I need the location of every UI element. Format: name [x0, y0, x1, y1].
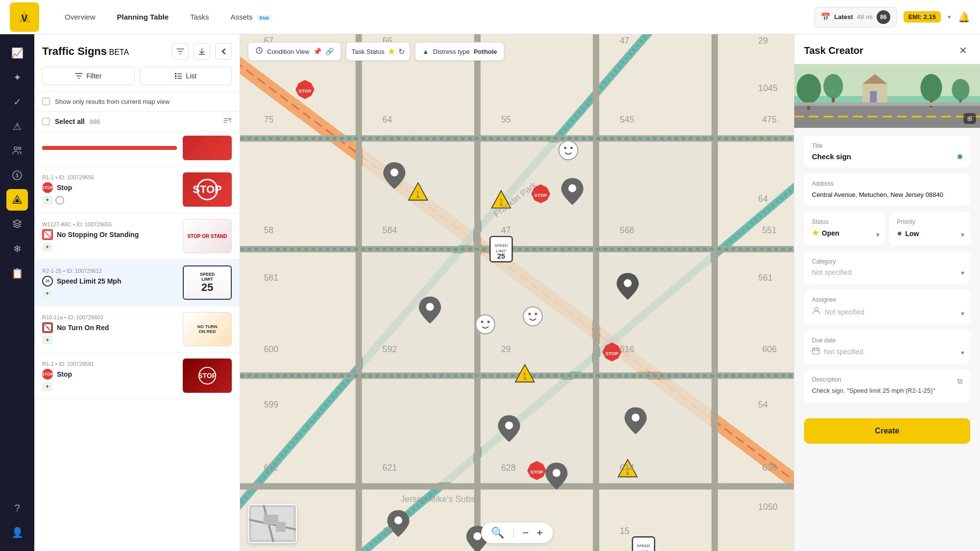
tc-description-label: Description [812, 376, 841, 383]
list-item-info: R1-1 • ID: 100729581 STOP Stop ✦ [42, 361, 177, 391]
priority-dropdown-arrow[interactable]: ▾ [961, 231, 964, 239]
list-item[interactable]: R10-11a • ID: 100729603 ↰ No Turn On Red [34, 306, 240, 353]
latest-label: Latest [834, 13, 853, 21]
nav-planning-table[interactable]: Planning Table [106, 9, 180, 25]
tc-header: Task Creator ✕ [794, 34, 980, 64]
tc-category-label: Category [812, 258, 962, 265]
sidebar-people-icon[interactable] [6, 140, 28, 162]
sidebar-help-icon[interactable]: ? [6, 497, 28, 519]
show-only-checkbox[interactable] [42, 97, 50, 105]
category-dropdown-arrow[interactable]: ▾ [961, 269, 964, 277]
assignee-dropdown-arrow[interactable]: ▾ [961, 310, 964, 317]
filter-btn[interactable]: Filter [42, 67, 135, 85]
zoom-minus-btn[interactable]: − [522, 527, 529, 539]
due-date-calendar-icon [812, 347, 820, 357]
download-btn[interactable] [194, 43, 210, 60]
select-all-checkbox[interactable] [42, 118, 50, 125]
panel-actions [172, 43, 232, 60]
zoom-plus-btn[interactable]: + [537, 527, 543, 539]
svg-point-71 [559, 141, 578, 160]
item-name-row: STOP Stop [42, 369, 177, 380]
sidebar-map-filter-icon[interactable] [6, 189, 28, 211]
svg-text:614: 614 [620, 463, 635, 473]
item-thumb-no-stop: STOP OR STAND [183, 219, 232, 253]
list-item[interactable]: R1-1 • ID: 100729581 STOP Stop ✦ STOP [34, 353, 240, 399]
svg-point-2 [14, 147, 17, 150]
item-thumb-stop2: STOP [183, 359, 232, 393]
list-btn[interactable]: List [140, 67, 232, 85]
sidebar-warning-icon[interactable]: ⚠ [6, 116, 28, 137]
status-dropdown-arrow[interactable]: ▾ [876, 231, 880, 239]
collapse-btn[interactable] [215, 43, 232, 60]
tc-priority-value: ● Low [897, 228, 963, 239]
sidebar-user-icon[interactable]: 👤 [6, 522, 28, 543]
svg-text:561: 561 [758, 273, 773, 283]
dropdown-arrow-icon[interactable]: ▾ [948, 13, 951, 21]
svg-point-65 [523, 307, 542, 326]
svg-point-73 [570, 147, 573, 149]
item-badges: ✦ [42, 196, 177, 205]
tc-image-expand-btn[interactable]: ⊞ [963, 113, 976, 124]
list-item[interactable]: W1127-A8C • ID: 100729655 No Stopping Or… [34, 213, 240, 260]
sidebar-money-icon[interactable]: $ [6, 165, 28, 186]
svg-text:🚶: 🚶 [521, 373, 529, 381]
bell-icon[interactable]: 🔔 [958, 11, 970, 23]
item-badges: ✦ [42, 336, 177, 344]
sidebar-snowflake-icon[interactable]: ❄ [6, 238, 28, 260]
sort-icon[interactable] [222, 116, 232, 127]
nav-assets[interactable]: Assets true [220, 9, 282, 25]
svg-text:64: 64 [383, 115, 392, 124]
distress-pill[interactable]: ▲ Distress type Pothole [415, 42, 505, 61]
tc-copy-btn[interactable]: ⧉ [957, 377, 962, 385]
svg-text:64: 64 [758, 194, 768, 204]
svg-text:592: 592 [383, 344, 397, 354]
nav-overview[interactable]: Overview [54, 9, 106, 25]
svg-text:STOP: STOP [534, 192, 547, 198]
triangle-icon: ▲ [422, 48, 429, 55]
tc-category-field: Category Not specified ▾ [804, 251, 970, 284]
svg-point-127 [797, 74, 821, 103]
sidebar-check-icon[interactable]: ✓ [6, 91, 28, 113]
emi-badge[interactable]: EMI: 2.15 [904, 11, 941, 23]
svg-point-140 [815, 308, 818, 311]
svg-text:SPEED: SPEED [494, 243, 508, 248]
list-item-partial[interactable] [34, 132, 240, 167]
due-date-dropdown-arrow[interactable]: ▾ [961, 349, 964, 357]
svg-text:475: 475 [762, 115, 777, 124]
item-name: Stop [57, 184, 72, 192]
svg-text:58: 58 [264, 225, 273, 235]
svg-rect-139 [794, 102, 980, 106]
condition-view-pill[interactable]: Condition View 📌 🔗 [248, 42, 341, 61]
map-area[interactable]: STOP STOP STOP STOP SPEED LIMIT 25 [240, 34, 794, 551]
item-name-row: ↰ No Turn On Red [42, 322, 177, 333]
svg-text:545: 545 [620, 115, 635, 124]
latest-pill[interactable]: 📅 Latest 48 mi 86 [814, 7, 897, 27]
sidebar-clipboard-icon[interactable]: 📋 [6, 263, 28, 284]
sidebar-layers-icon[interactable] [6, 214, 28, 235]
list-item-selected[interactable]: R2-1-25 • ID: 100729612 25 Speed Limit 2… [34, 260, 240, 306]
sidebar-star-icon[interactable]: ✦ [6, 67, 28, 88]
tc-description-field: Description ⧉ Check sign. "Speed limit 2… [804, 369, 970, 403]
task-status-pill[interactable]: Task Status ★ ↻ [346, 42, 410, 61]
search-zoom-icon[interactable]: 🔍 [491, 527, 504, 539]
status-star-icon: ★ [812, 228, 819, 238]
svg-text:1050: 1050 [758, 502, 778, 512]
tc-address-value: Central Avenue, Metuchen, New Jersey 088… [812, 191, 943, 198]
nav-tasks[interactable]: Tasks [179, 9, 220, 25]
svg-point-70 [487, 321, 490, 323]
tc-status-priority-row: Status ★ Open ▾ Priority ● Low ▾ [804, 212, 970, 249]
svg-text:628: 628 [501, 463, 516, 473]
create-btn[interactable]: Create [804, 418, 970, 444]
tc-image: ⊞ [794, 64, 980, 128]
partial-bar [42, 146, 177, 150]
tc-close-btn[interactable]: ✕ [956, 43, 970, 58]
svg-text:600: 600 [264, 344, 278, 354]
list-item[interactable]: R1-1 • ID: 100729656 STOP Stop ✦ STOP [34, 167, 240, 213]
mini-map[interactable] [248, 504, 297, 543]
svg-text:47: 47 [620, 36, 630, 46]
sidebar-chart-icon[interactable]: 📈 [6, 42, 28, 64]
list-items: R1-1 • ID: 100729656 STOP Stop ✦ STOP [34, 132, 240, 551]
filter-icon-btn[interactable] [172, 43, 189, 60]
svg-text:568: 568 [620, 225, 635, 235]
tc-due-date-field: Due date Not specified ▾ [804, 330, 970, 363]
